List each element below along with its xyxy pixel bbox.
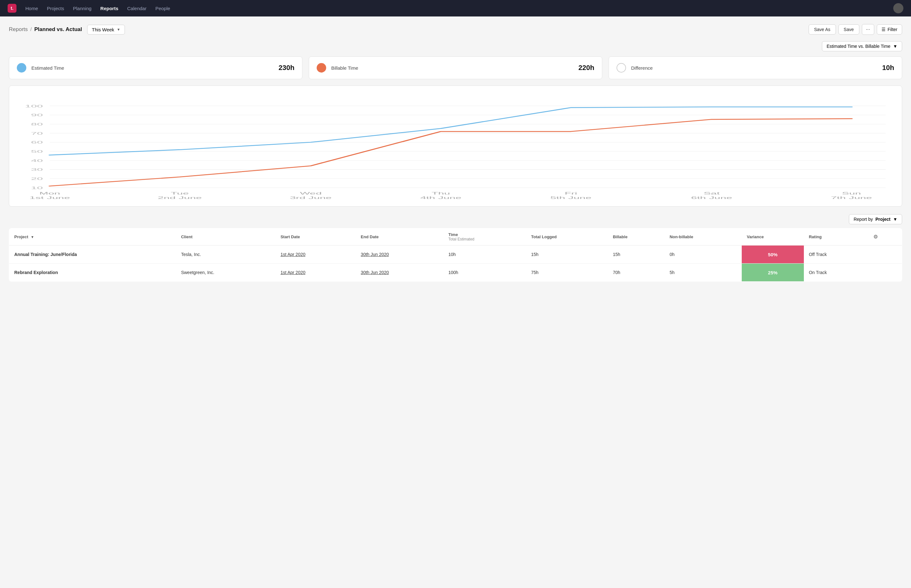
total-logged-cell: 15h: [526, 246, 608, 263]
difference-label: Difference: [631, 65, 877, 71]
end-date-link[interactable]: 30th Jun 2020: [361, 252, 389, 257]
col-billable: Billable: [608, 228, 664, 246]
col-settings[interactable]: ⚙: [868, 228, 902, 246]
svg-text:10: 10: [31, 186, 43, 190]
billable-time-label: Billable Time: [331, 65, 573, 71]
start-date-link[interactable]: 1st Apr 2020: [280, 270, 306, 275]
svg-text:Tue: Tue: [171, 191, 189, 195]
rating-cell: Off Track: [804, 246, 868, 263]
nav-planning[interactable]: Planning: [73, 6, 91, 11]
metric-card-difference: Difference 10h: [608, 57, 902, 79]
col-start-date: Start Date: [275, 228, 356, 246]
view-selector-label: Estimated Time vs. Billable Time: [827, 44, 891, 49]
table-row: Annual Training: June/Florida Tesla, Inc…: [9, 246, 902, 263]
variance-box: 50%: [742, 246, 804, 263]
table-header-row: Report by Project ▼: [9, 214, 902, 224]
filter-button[interactable]: ☰ Filter: [877, 24, 902, 34]
page-content: Reports / Planned vs. Actual This Week ▼…: [0, 16, 911, 289]
col-rating: Rating: [804, 228, 868, 246]
metric-cards: Estimated Time 230h Billable Time 220h D…: [9, 57, 902, 79]
view-selector-button[interactable]: Estimated Time vs. Billable Time ▼: [822, 41, 902, 51]
end-date-cell[interactable]: 30th Jun 2020: [356, 246, 443, 263]
period-label: This Week: [92, 27, 115, 32]
svg-text:50: 50: [31, 149, 43, 153]
total-estimated-cell: 100h: [443, 263, 526, 282]
app-logo: t.: [8, 4, 16, 13]
col-variance: Variance: [742, 228, 804, 246]
metric-card-estimated: Estimated Time 230h: [9, 57, 303, 79]
table-row: Rebrand Exploration Sweetgreen, Inc. 1st…: [9, 263, 902, 282]
col-project[interactable]: Project ▼: [9, 228, 176, 246]
billable-time-dot: [317, 63, 326, 73]
svg-text:90: 90: [31, 113, 43, 117]
filter-icon: ☰: [882, 27, 886, 32]
page-header: Reports / Planned vs. Actual This Week ▼…: [9, 24, 902, 35]
end-date-cell[interactable]: 30th Jun 2020: [356, 263, 443, 282]
start-date-link[interactable]: 1st Apr 2020: [280, 252, 306, 257]
more-options-button[interactable]: ···: [862, 24, 874, 35]
nav-home[interactable]: Home: [25, 6, 38, 11]
nav-reports[interactable]: Reports: [100, 6, 118, 11]
nav-projects[interactable]: Projects: [47, 6, 64, 11]
row-actions: [868, 263, 902, 282]
svg-text:80: 80: [31, 122, 43, 126]
nav-calendar[interactable]: Calendar: [127, 6, 146, 11]
svg-text:70: 70: [31, 131, 43, 135]
svg-text:Thu: Thu: [432, 191, 450, 195]
chevron-down-icon: ▼: [893, 217, 897, 222]
report-by-button[interactable]: Report by Project ▼: [849, 214, 902, 224]
nav-people[interactable]: People: [155, 6, 170, 11]
time-subheader: Total Estimated: [448, 237, 521, 241]
save-button[interactable]: Save: [838, 24, 859, 34]
col-total-logged: Total Logged: [526, 228, 608, 246]
svg-text:6th June: 6th June: [691, 195, 732, 200]
save-as-button[interactable]: Save As: [809, 24, 835, 34]
grid-lines: [50, 106, 886, 187]
chart-container: 10 20 30 40 50 60 70 80 90 100: [9, 86, 902, 207]
svg-text:100: 100: [25, 104, 43, 108]
variance-box: 25%: [742, 263, 804, 281]
client-cell: Sweetgreen, Inc.: [176, 263, 275, 282]
data-table: Project ▼ Client Start Date End Date Tim…: [9, 228, 902, 282]
navigation: t. Home Projects Planning Reports Calend…: [0, 0, 911, 16]
client-cell: Tesla, Inc.: [176, 246, 275, 263]
col-end-date: End Date: [356, 228, 443, 246]
page-title: Planned vs. Actual: [34, 26, 82, 32]
chart-wrap: 10 20 30 40 50 60 70 80 90 100: [16, 94, 895, 201]
report-by-label: Report by: [854, 217, 873, 222]
difference-value: 10h: [882, 64, 894, 72]
svg-text:Mon: Mon: [39, 191, 60, 195]
variance-cell: 50%: [742, 246, 804, 263]
estimated-line: [50, 107, 851, 155]
svg-text:Fri: Fri: [565, 191, 577, 195]
table-section: Report by Project ▼ Project ▼ Client Sta…: [9, 214, 902, 282]
svg-text:60: 60: [31, 141, 43, 144]
billable-line: [50, 119, 851, 186]
user-avatar[interactable]: [893, 3, 903, 13]
sort-icon: ▼: [31, 235, 34, 239]
breadcrumb-reports-link[interactable]: Reports: [9, 26, 28, 32]
variance-cell: 25%: [742, 263, 804, 282]
breadcrumb: Reports / Planned vs. Actual: [9, 26, 82, 32]
total-logged-cell: 75h: [526, 263, 608, 282]
svg-text:Sun: Sun: [842, 191, 861, 195]
billable-cell: 15h: [608, 246, 664, 263]
start-date-cell[interactable]: 1st Apr 2020: [275, 246, 356, 263]
non-billable-cell: 0h: [664, 246, 742, 263]
start-date-cell[interactable]: 1st Apr 2020: [275, 263, 356, 282]
chevron-down-icon: ▼: [117, 27, 120, 31]
table-header-row: Project ▼ Client Start Date End Date Tim…: [9, 228, 902, 246]
svg-text:3rd June: 3rd June: [290, 195, 332, 200]
col-non-billable: Non-billable: [664, 228, 742, 246]
period-selector[interactable]: This Week ▼: [87, 25, 125, 34]
y-axis-labels: 10 20 30 40 50 60 70 80 90 100: [25, 104, 43, 190]
svg-text:30: 30: [31, 168, 43, 172]
svg-text:40: 40: [31, 158, 43, 163]
svg-text:4th June: 4th June: [420, 195, 461, 200]
svg-text:7th June: 7th June: [831, 195, 872, 200]
end-date-link[interactable]: 30th Jun 2020: [361, 270, 389, 275]
svg-text:Sat: Sat: [704, 191, 720, 195]
x-axis-labels: Mon 1st June Tue 2nd June Wed 3rd June T…: [29, 191, 872, 200]
col-client: Client: [176, 228, 275, 246]
settings-icon[interactable]: ⚙: [873, 234, 878, 239]
